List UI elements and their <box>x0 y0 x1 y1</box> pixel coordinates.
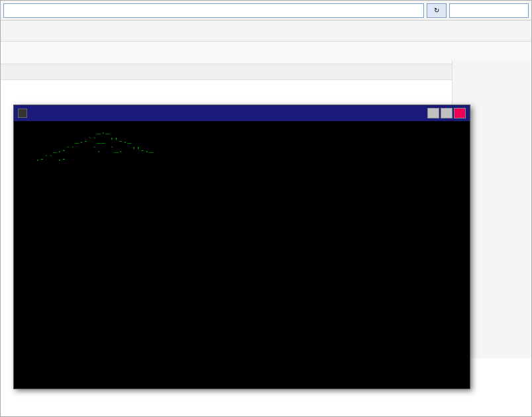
search-input[interactable] <box>449 3 529 18</box>
cmd-window: _._ _.-``__ ''-._ _.-`` `. `_. ''-._ .-`… <box>13 105 470 389</box>
cmd-titlebar <box>14 105 470 121</box>
new-folder-button[interactable] <box>13 50 25 56</box>
menu-bar <box>1 21 531 42</box>
cmd-banner-area: _._ _.-``__ ''-._ _.-`` `. `_. ''-._ .-`… <box>18 128 466 164</box>
cmd-window-controls <box>427 108 466 118</box>
nav-refresh-button[interactable]: ↻ <box>427 3 447 18</box>
cmd-maximize-button[interactable] <box>441 108 452 118</box>
cmd-icon <box>18 109 27 118</box>
cmd-title <box>18 109 30 118</box>
address-bar: ↻ <box>1 1 531 21</box>
nav-buttons: ↻ <box>427 3 447 18</box>
cmd-content: _._ _.-``__ ''-._ _.-`` `. `_. ''-._ .-`… <box>14 121 470 389</box>
cmd-close-button[interactable] <box>454 108 466 118</box>
cmd-minimize-button[interactable] <box>427 108 439 118</box>
breadcrumb[interactable] <box>3 3 424 18</box>
redis-ascii-art: _._ _.-``__ ''-._ _.-`` `. `_. ''-._ .-`… <box>18 128 154 164</box>
